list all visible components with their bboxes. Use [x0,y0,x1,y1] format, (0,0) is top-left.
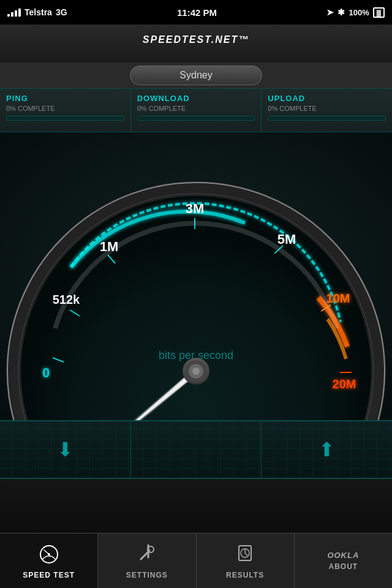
app-title: SPEEDTEST.NET™ [143,33,249,54]
nav-results-label: RESULTS [226,571,264,579]
svg-point-24 [192,368,200,375]
nav-speed-test[interactable]: SPEED TEST [0,533,98,588]
status-bar: Telstra 3G 11:42 PM ➤ ✱ 100% ▓ [0,0,392,24]
upload-label: UPLOAD [268,94,386,103]
meter-grid-speed [131,421,262,478]
svg-line-34 [245,553,247,556]
trademark-symbol: ™ [238,34,249,45]
nav-about[interactable]: OOKLA ABOUT [295,533,392,588]
ping-stat: PING 0% COMPLETE [0,89,131,132]
bluetooth-icon: ✱ [337,7,345,17]
carrier-info: Telstra 3G [7,7,67,17]
svg-text:10M: 10M [326,292,350,305]
carrier-name: Telstra [24,7,52,17]
download-progress-bg [137,116,255,121]
upload-progress-bg [268,116,386,121]
signal-icon [7,9,21,17]
battery-percent: 100% [349,8,369,17]
app-header: SPEEDTEST.NET™ [0,24,392,62]
nav-speed-test-label: SPEED TEST [23,571,75,579]
ookla-logo: OOKLA [327,551,359,560]
speed-display [131,421,262,478]
upload-icon: ⬆ [318,438,335,461]
upload-complete: 0% COMPLETE [268,105,386,112]
svg-point-27 [48,553,50,556]
network-type: 3G [56,7,67,17]
svg-text:0: 0 [42,365,50,380]
battery-icon: ▓ [373,7,385,18]
status-time: 11:42 PM [177,7,217,18]
nav-results[interactable]: RESULTS [197,533,295,588]
settings-icon [136,542,158,568]
svg-text:20M: 20M [333,377,356,391]
svg-text:3M: 3M [186,201,205,216]
ping-complete: 0% COMPLETE [6,105,124,112]
nav-settings-label: SETTINGS [126,571,168,579]
meter-panel: ⬇ ⬆ [0,420,392,479]
status-right: ➤ ✱ 100% ▓ [326,7,385,18]
ping-progress-bg [6,116,124,121]
download-complete: 0% COMPLETE [137,105,255,112]
download-icon: ⬇ [57,438,74,461]
app-title-text: SPEEDTEST.NET [143,34,238,45]
upload-meter: ⬆ [262,421,392,478]
ping-label: PING [6,94,124,103]
results-icon [234,542,256,568]
gauge-area[interactable]: 0 512k 1M 3M 5M 10M 20M bits per second [0,132,392,420]
result-area [0,479,392,533]
speedometer-icon [38,542,60,568]
server-bar[interactable]: Sydney [0,62,392,88]
upload-stat: UPLOAD 0% COMPLETE [262,89,392,132]
download-label: DOWNLOAD [137,94,255,103]
bottom-nav: SPEED TEST SETTINGS RESULTS OOKLA ABOUT [0,533,392,588]
svg-text:5M: 5M [277,232,296,247]
location-icon: ➤ [326,7,334,17]
nav-about-label: ABOUT [329,562,358,571]
stats-bar: PING 0% COMPLETE DOWNLOAD 0% COMPLETE UP… [0,88,392,132]
nav-settings[interactable]: SETTINGS [98,533,196,588]
speedometer-svg: 0 512k 1M 3M 5M 10M 20M bits per second [0,132,392,420]
download-meter: ⬇ [0,421,131,478]
download-stat: DOWNLOAD 0% COMPLETE [131,89,262,132]
server-location[interactable]: Sydney [130,66,262,85]
